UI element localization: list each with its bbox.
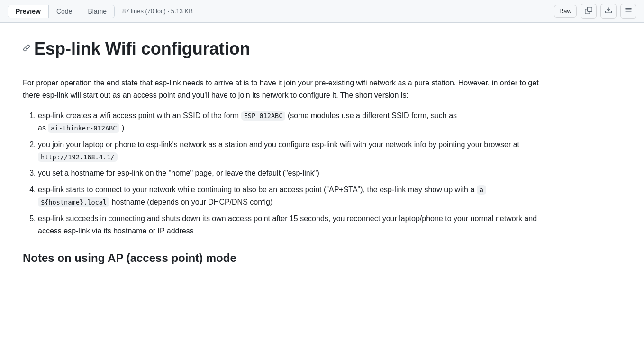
toolbar-right: Raw <box>554 4 636 19</box>
title-wrap: Esp-link Wifi configuration <box>23 38 546 59</box>
step2-code1: http://192.168.4.1/ <box>38 152 118 162</box>
list-item: esp-link starts to connect to your netwo… <box>38 184 546 209</box>
list-button[interactable] <box>620 4 636 19</box>
download-icon <box>605 7 612 16</box>
step4-text-after: hostname (depends on your DHCP/DNS confi… <box>109 198 272 206</box>
notes-heading: Notes on using AP (access point) mode <box>23 249 546 268</box>
main-content: Esp-link Wifi configuration For proper o… <box>0 23 569 287</box>
list-icon <box>625 7 632 16</box>
list-item: esp-link creates a wifi access point wit… <box>38 110 546 135</box>
app-container: Preview Code Blame 87 lines (70 loc) · 5… <box>0 0 644 344</box>
prose-body: For proper operation the end state that … <box>23 77 546 268</box>
file-info: 87 lines (70 loc) · 5.13 KB <box>122 8 193 15</box>
tab-blame[interactable]: Blame <box>80 5 114 18</box>
title-divider <box>23 67 546 67</box>
raw-button[interactable]: Raw <box>554 5 577 18</box>
list-item: esp-link succeeds in connecting and shut… <box>38 213 546 238</box>
step4-text-before: esp-link starts to connect to your netwo… <box>38 186 477 194</box>
tab-code[interactable]: Code <box>49 5 80 18</box>
step1-paren: ) <box>119 124 124 132</box>
anchor-icon[interactable] <box>23 43 30 54</box>
copy-button[interactable] <box>581 4 597 19</box>
list-item: you set a hostname for esp-link on the "… <box>38 167 546 179</box>
steps-list: esp-link creates a wifi access point wit… <box>23 110 546 238</box>
tab-group: Preview Code Blame <box>8 5 115 18</box>
step1-as: as <box>38 124 48 132</box>
step2-text-before: you join your laptop or phone to esp-lin… <box>38 140 519 149</box>
intro-paragraph: For proper operation the end state that … <box>23 77 546 102</box>
download-button[interactable] <box>600 4 617 19</box>
step1-code2: ai-thinker-012ABC <box>48 123 119 133</box>
toolbar: Preview Code Blame 87 lines (70 loc) · 5… <box>0 0 644 23</box>
step3-text: you set a hostname for esp-link on the "… <box>38 169 319 177</box>
step1-code1: ESP_012ABC <box>241 111 286 121</box>
step4-code2: ${hostname}.local <box>38 197 109 207</box>
copy-icon <box>585 7 592 16</box>
page-title: Esp-link Wifi configuration <box>34 38 250 59</box>
step5-text: esp-link succeeds in connecting and shut… <box>38 214 537 235</box>
list-item: you join your laptop or phone to esp-lin… <box>38 139 546 164</box>
step4-code1: a <box>477 185 486 195</box>
step1-text-before: esp-link creates a wifi access point wit… <box>38 112 241 120</box>
tab-preview[interactable]: Preview <box>8 5 49 18</box>
